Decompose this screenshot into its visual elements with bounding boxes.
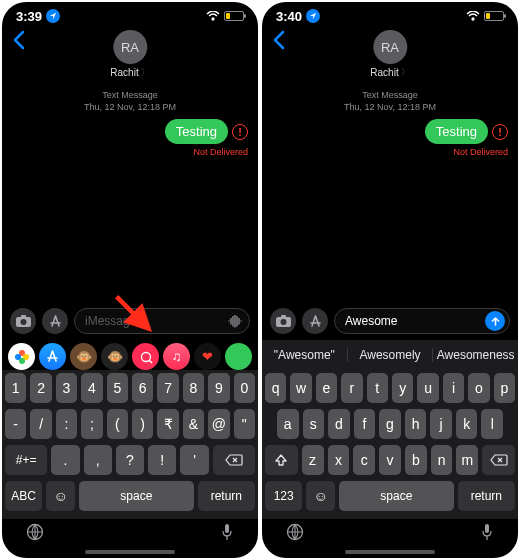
key[interactable]: ' [180,445,208,475]
key[interactable]: 5 [107,373,128,403]
dictation-icon[interactable] [220,523,234,545]
back-button[interactable] [272,30,286,56]
key[interactable]: f [354,409,376,439]
animoji-app-icon[interactable]: 🐵 [101,343,128,370]
space-key[interactable]: space [339,481,454,511]
message-input[interactable]: iMessage [74,308,250,334]
return-key[interactable]: return [198,481,255,511]
camera-button[interactable] [270,308,296,334]
dictation-icon[interactable] [480,523,494,545]
key[interactable]: 6 [132,373,153,403]
error-badge-icon[interactable]: ! [492,124,508,140]
store-app-icon[interactable] [39,343,66,370]
return-key[interactable]: return [458,481,515,511]
key[interactable]: i [443,373,464,403]
key[interactable]: s [303,409,325,439]
keyboard[interactable]: q w e r t y u i o p a s d f g h j k l z … [262,370,518,519]
key[interactable]: & [183,409,204,439]
key[interactable]: n [431,445,453,475]
key[interactable]: 8 [183,373,204,403]
key[interactable]: @ [208,409,229,439]
key[interactable]: w [290,373,311,403]
globe-icon[interactable] [26,523,44,545]
key[interactable]: 9 [208,373,229,403]
key[interactable]: ; [81,409,102,439]
key[interactable]: k [456,409,478,439]
photos-app-icon[interactable] [8,343,35,370]
shift-key[interactable] [265,445,298,475]
mode-switch-key[interactable]: ABC [5,481,42,511]
keyboard[interactable]: 1 2 3 4 5 6 7 8 9 0 - / : ; ( ) ₹ & @ " … [2,370,258,519]
sent-message-bubble[interactable]: Testing [165,119,228,144]
suggestion[interactable]: Awesomely [348,348,434,362]
key[interactable]: 4 [81,373,102,403]
key[interactable]: e [316,373,337,403]
mode-switch-key[interactable]: 123 [265,481,302,511]
error-badge-icon[interactable]: ! [232,124,248,140]
globe-icon[interactable] [286,523,304,545]
key[interactable]: . [51,445,79,475]
suggestion[interactable]: Awesomeness [433,348,518,362]
key[interactable]: ( [107,409,128,439]
message-thread[interactable]: Text Message Thu, 12 Nov, 12:18 PM Testi… [2,84,258,302]
key[interactable]: / [30,409,51,439]
key[interactable]: h [405,409,427,439]
app-store-button[interactable] [42,308,68,334]
extra-app-icon[interactable] [225,343,252,370]
app-store-button[interactable] [302,308,328,334]
space-key[interactable]: space [79,481,194,511]
audio-record-button[interactable] [225,311,245,331]
key[interactable]: t [367,373,388,403]
key[interactable]: ) [132,409,153,439]
home-indicator[interactable] [345,550,435,554]
send-button[interactable] [485,311,505,331]
emoji-key[interactable]: ☺ [306,481,335,511]
backspace-key[interactable] [213,445,255,475]
key[interactable]: c [353,445,375,475]
sent-message-bubble[interactable]: Testing [425,119,488,144]
memoji-app-icon[interactable]: 🐵 [70,343,97,370]
key[interactable]: 3 [56,373,77,403]
key[interactable]: : [56,409,77,439]
key[interactable]: y [392,373,413,403]
key[interactable]: u [417,373,438,403]
key[interactable]: v [379,445,401,475]
key[interactable]: " [234,409,255,439]
contact-header[interactable]: RA Rachit〉 [110,30,149,79]
key[interactable]: ? [116,445,144,475]
message-thread[interactable]: Text Message Thu, 12 Nov, 12:18 PM Testi… [262,84,518,302]
key[interactable]: r [341,373,362,403]
digital-touch-icon[interactable]: ❤ [194,343,221,370]
hashtag-app-icon[interactable] [132,343,159,370]
camera-button[interactable] [10,308,36,334]
backspace-key[interactable] [482,445,515,475]
key[interactable]: l [481,409,503,439]
key[interactable]: b [405,445,427,475]
music-app-icon[interactable]: ♫ [163,343,190,370]
symbols-shift-key[interactable]: #+= [5,445,47,475]
key[interactable]: - [5,409,26,439]
key[interactable]: j [430,409,452,439]
key[interactable]: x [328,445,350,475]
key[interactable]: 2 [30,373,51,403]
key[interactable]: p [494,373,515,403]
key[interactable]: ! [148,445,176,475]
home-indicator[interactable] [85,550,175,554]
key[interactable]: q [265,373,286,403]
contact-header[interactable]: RA Rachit〉 [370,30,409,79]
key[interactable]: d [328,409,350,439]
suggestion[interactable]: "Awesome" [262,348,348,362]
back-button[interactable] [12,30,26,56]
key[interactable]: ₹ [157,409,178,439]
emoji-key[interactable]: ☺ [46,481,75,511]
key[interactable]: 0 [234,373,255,403]
key[interactable]: 1 [5,373,26,403]
key[interactable]: , [84,445,112,475]
app-drawer[interactable]: 🐵 🐵 ♫ ❤ [2,340,258,370]
key[interactable]: a [277,409,299,439]
key[interactable]: 7 [157,373,178,403]
key[interactable]: g [379,409,401,439]
message-input[interactable]: Awesome [334,308,510,334]
key[interactable]: m [456,445,478,475]
key[interactable]: z [302,445,324,475]
